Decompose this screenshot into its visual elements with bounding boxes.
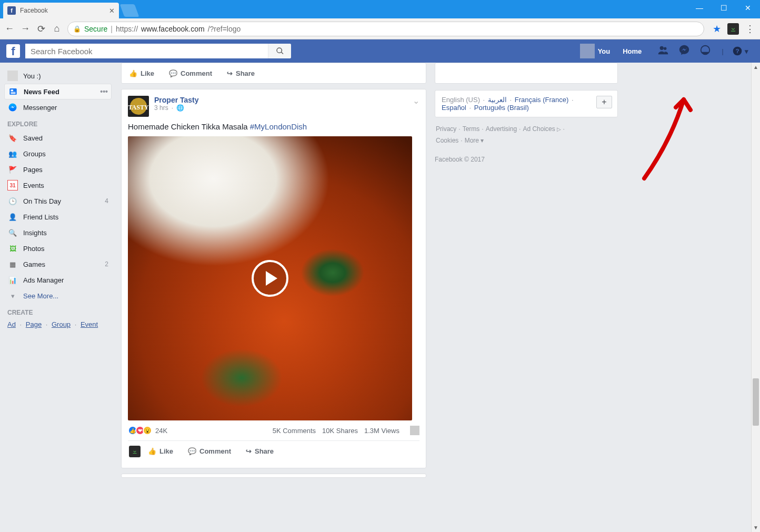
language-option[interactable]: Português (Brasil) — [474, 104, 529, 112]
post-options-chevron[interactable]: ⌄ — [413, 96, 419, 117]
share-button[interactable]: ↪Share — [238, 447, 281, 455]
footer-privacy-link[interactable]: Privacy — [436, 125, 456, 133]
sidebar-item-friend-lists[interactable]: 👤Friend Lists — [4, 209, 112, 225]
browser-tab[interactable]: f Facebook ✕ — [3, 3, 119, 18]
shares-count[interactable]: 10K Shares — [322, 427, 358, 435]
sidebar-item-groups[interactable]: 👥Groups — [4, 146, 112, 162]
sidebar-item-pages[interactable]: 🚩Pages — [4, 162, 112, 177]
post-stats: 👍 ❤ 😮 24K 5K Comments 10K Shares 1.3M Vi… — [128, 420, 419, 437]
browser-menu-button[interactable]: ⋮ — [745, 23, 756, 35]
create-ad-link[interactable]: Ad — [7, 320, 16, 328]
prev-comment-button[interactable]: 💬Comment — [162, 69, 219, 77]
search-button[interactable] — [268, 44, 291, 58]
scroll-down-arrow[interactable]: ▼ — [752, 523, 760, 532]
views-count[interactable]: 1.3M Views — [364, 427, 399, 435]
chevron-down-icon: ▾ — [745, 47, 748, 55]
friend-requests-icon[interactable] — [657, 44, 669, 58]
share-icon: ↪ — [246, 447, 252, 455]
svg-text:?: ? — [735, 47, 739, 54]
url-scheme: https:// — [116, 25, 138, 33]
vertical-scrollbar[interactable]: ▲ ▼ — [751, 63, 760, 532]
footer-more-link[interactable]: More — [465, 137, 479, 144]
comment-button[interactable]: 💬Comment — [181, 447, 238, 455]
friend-lists-icon: 👤 — [7, 212, 18, 222]
new-tab-button[interactable] — [120, 4, 139, 17]
sidebar-item-insights[interactable]: 🔍Insights — [4, 225, 112, 240]
search-input[interactable] — [25, 44, 268, 58]
nav-reload-button[interactable]: ⟳ — [36, 23, 46, 35]
home-link[interactable]: Home — [617, 39, 647, 63]
create-page-link[interactable]: Page — [26, 320, 42, 328]
sidebar-item-saved[interactable]: 🔖Saved — [4, 130, 112, 146]
bookmark-star-icon[interactable]: ★ — [713, 23, 721, 35]
sidebar-see-more[interactable]: ▾ See More... — [4, 288, 112, 304]
nav-forward-button[interactable]: → — [20, 23, 31, 34]
post-author-avatar[interactable] — [128, 96, 149, 117]
window-maximize-button[interactable]: ☐ — [712, 0, 736, 16]
footer-advertising-link[interactable]: Advertising — [486, 125, 517, 133]
language-option[interactable]: Español — [442, 104, 466, 112]
like-icon: 👍 — [148, 447, 156, 455]
left-sidebar: You :) News Feed ••• Messenger EXPLORE 🔖… — [0, 63, 116, 532]
chevron-down-icon: ▾ — [7, 290, 18, 301]
post-hashtag-link[interactable]: #MyLondonDish — [250, 122, 307, 131]
omnibox[interactable]: 🔒 Secure | https://www.facebook.com/?ref… — [67, 22, 704, 36]
language-option[interactable]: Français (France) — [515, 96, 569, 104]
sponsored-box — [435, 63, 618, 84]
sidebar-item-label: Groups — [23, 150, 46, 158]
globe-icon[interactable]: 🌐 — [176, 104, 184, 112]
play-icon — [252, 260, 288, 297]
on-this-day-icon: 🕒 — [7, 196, 18, 206]
sidebar-item-games[interactable]: ▦Games2 — [4, 256, 112, 272]
share-icon: ↪ — [227, 69, 233, 77]
sidebar-newsfeed[interactable]: News Feed ••• — [4, 84, 112, 99]
insights-icon: 🔍 — [7, 227, 18, 238]
sidebar-messenger[interactable]: Messenger — [4, 99, 112, 115]
facebook-logo[interactable]: f — [6, 44, 20, 58]
footer-terms-link[interactable]: Terms — [463, 125, 480, 133]
sidebar-profile[interactable]: You :) — [4, 68, 112, 84]
sidebar-item-ads-manager[interactable]: 📊Ads Manager — [4, 272, 112, 288]
prev-like-button[interactable]: 👍Like — [122, 69, 162, 77]
svg-rect-5 — [11, 93, 16, 94]
scroll-up-arrow[interactable]: ▲ — [752, 63, 760, 72]
footer-ad-choices-link[interactable]: Ad Choices — [523, 125, 555, 133]
pages-icon: 🚩 — [7, 164, 18, 175]
window-close-button[interactable]: ✕ — [736, 0, 760, 16]
window-minimize-button[interactable]: — — [687, 0, 712, 16]
profile-chip[interactable]: You — [576, 44, 615, 58]
sidebar-item-label: Pages — [23, 166, 43, 174]
downloader-extension-icon[interactable] — [727, 23, 739, 35]
sidebar-item-events[interactable]: 31Events — [4, 177, 112, 193]
tab-close-icon[interactable]: ✕ — [109, 7, 115, 15]
footer-links: Privacy·Terms·Advertising·Ad Choices ▷·C… — [435, 124, 618, 146]
search-container — [25, 44, 291, 58]
help-button[interactable]: ? ▾ — [732, 46, 748, 56]
post-video[interactable] — [128, 136, 412, 420]
reaction-icons[interactable]: 👍 ❤ 😮 — [128, 426, 150, 435]
post-author-link[interactable]: Proper Tasty — [154, 96, 199, 104]
language-option[interactable]: العربية — [488, 96, 507, 104]
comments-count[interactable]: 5K Comments — [273, 427, 316, 435]
nav-home-button[interactable]: ⌂ — [52, 23, 62, 34]
create-group-link[interactable]: Group — [52, 320, 71, 328]
nav-back-button[interactable]: ← — [4, 23, 15, 34]
sidebar-item-photos[interactable]: 🖼Photos — [4, 240, 112, 256]
notifications-icon[interactable] — [699, 44, 711, 58]
newsfeed-icon — [8, 86, 18, 97]
prev-share-button[interactable]: ↪Share — [219, 69, 262, 77]
post-timestamp[interactable]: 3 hrs — [154, 104, 168, 112]
create-event-link[interactable]: Event — [81, 320, 98, 328]
messenger-icon[interactable] — [678, 44, 690, 58]
download-video-button[interactable] — [129, 446, 141, 457]
see-more-label: See More... — [23, 292, 58, 300]
add-language-button[interactable]: + — [596, 96, 612, 108]
reaction-count[interactable]: 24K — [155, 427, 167, 435]
newsfeed-options-icon[interactable]: ••• — [100, 87, 108, 96]
sidebar-item-on-this-day[interactable]: 🕒On This Day4 — [4, 193, 112, 209]
footer-cookies-link[interactable]: Cookies — [436, 137, 458, 144]
games-icon: ▦ — [7, 259, 18, 269]
sidebar-profile-label: You :) — [23, 72, 41, 80]
like-button[interactable]: 👍Like — [141, 447, 181, 455]
scroll-thumb[interactable] — [753, 378, 759, 426]
